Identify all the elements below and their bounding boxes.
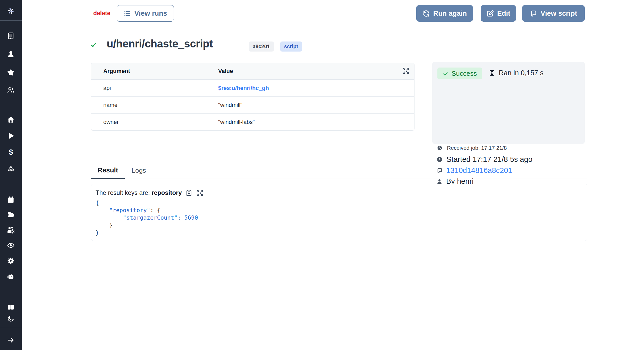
- success-check-icon: [90, 42, 97, 48]
- sidebar: $: [0, 0, 22, 350]
- sidebar-item-home[interactable]: [6, 115, 15, 124]
- result-keys-bold: repository: [151, 189, 182, 196]
- args-table-header: Argument Value: [91, 63, 414, 80]
- edit-pencil-icon: [486, 10, 494, 17]
- view-runs-button[interactable]: View runs: [117, 5, 174, 22]
- received-row: Received job: 17:17 21/8: [437, 145, 507, 151]
- status-label: Success: [452, 70, 477, 78]
- view-script-button[interactable]: View script: [522, 5, 585, 22]
- dark-mode-toggle[interactable]: [6, 314, 15, 323]
- arg-name: api: [91, 85, 218, 91]
- page-title: u/henri/chaste_script: [107, 38, 213, 50]
- users-gear-icon: [7, 226, 15, 234]
- tab-result[interactable]: Result: [91, 166, 125, 179]
- job-status-card: Success Ran in 0,157 s Received job: 17:…: [432, 62, 585, 144]
- result-json: { "repository": { "stargazerCount": 5690…: [96, 199, 198, 236]
- sidebar-item-runs[interactable]: [6, 131, 15, 140]
- refresh-icon: [422, 10, 430, 17]
- windmill-logo[interactable]: [6, 6, 15, 15]
- sidebar-item-workers[interactable]: [6, 226, 15, 234]
- sidebar-item-schedules[interactable]: [6, 195, 15, 204]
- table-row: api $res:u/henri/hc_gh: [91, 80, 414, 97]
- copy-result-button[interactable]: [185, 189, 193, 196]
- sidebar-item-groups[interactable]: [6, 86, 15, 95]
- building-icon: [7, 32, 15, 40]
- clipboard-copy-icon: [185, 189, 192, 196]
- received-text: Received job: 17:17 21/8: [447, 145, 507, 151]
- list-icon: [123, 10, 131, 17]
- expand-args-button[interactable]: [402, 67, 410, 75]
- clock-icon: [436, 156, 443, 163]
- edit-label: Edit: [497, 10, 510, 18]
- expand-icon: [196, 189, 203, 196]
- person-icon: [436, 178, 443, 185]
- home-icon: [7, 116, 15, 123]
- sidebar-item-settings[interactable]: [6, 256, 15, 265]
- expand-result-button[interactable]: [196, 189, 204, 196]
- expand-sidebar-button[interactable]: [6, 336, 15, 345]
- users-icon: [7, 86, 15, 94]
- arg-value: "windmill": [218, 102, 242, 109]
- dollar-icon: $: [9, 148, 13, 156]
- arg-name: name: [91, 102, 218, 109]
- sidebar-divider-bottom: [0, 328, 22, 328]
- hourglass-icon: [488, 70, 495, 77]
- sidebar-item-user[interactable]: [6, 50, 15, 59]
- delete-button[interactable]: delete: [93, 10, 110, 17]
- run-again-button[interactable]: Run again: [416, 5, 473, 22]
- arg-value: "windmill-labs": [218, 119, 255, 126]
- cubes-icon: [7, 165, 15, 173]
- sidebar-item-audit[interactable]: [6, 241, 15, 250]
- edit-button[interactable]: Edit: [481, 5, 516, 22]
- args-table: Argument Value api $res:u/henri/hc_gh na…: [91, 63, 414, 131]
- result-keys-prefix: The result keys are:: [96, 189, 151, 196]
- sidebar-item-workspace[interactable]: [6, 31, 15, 40]
- run-again-label: Run again: [433, 10, 467, 18]
- sidebar-item-variables[interactable]: $: [6, 148, 15, 156]
- table-row: owner "windmill-labs": [91, 114, 414, 130]
- column-header-argument: Argument: [91, 68, 218, 74]
- status-badge: Success: [437, 68, 482, 79]
- book-open-icon: [7, 303, 15, 311]
- arg-name: owner: [91, 119, 218, 126]
- sidebar-item-favorites[interactable]: [6, 68, 15, 77]
- robot-icon: [7, 273, 15, 281]
- resource-link[interactable]: $res:u/henri/hc_gh: [218, 85, 269, 91]
- result-tabbar: Result Logs: [91, 166, 587, 179]
- moon-icon: [7, 315, 15, 322]
- started-text: Started 17:17 21/8 5s ago: [446, 155, 532, 164]
- check-icon: [443, 71, 448, 77]
- started-row: Started 17:17 21/8 5s ago: [436, 155, 532, 164]
- duration-text: Ran in 0,157 s: [499, 69, 544, 77]
- column-header-value: Value: [218, 68, 233, 74]
- sidebar-item-folders[interactable]: [6, 210, 15, 219]
- hash-badge: a8c201: [249, 41, 274, 52]
- arrow-right-icon: [7, 336, 15, 344]
- star-icon: [7, 69, 15, 76]
- script-type-badge: script: [280, 41, 302, 52]
- sidebar-item-docs[interactable]: [6, 303, 15, 312]
- eye-icon: [7, 241, 15, 249]
- view-script-label: View script: [540, 10, 577, 18]
- sidebar-divider-top: [0, 20, 22, 21]
- gear-icon: [7, 257, 15, 265]
- folder-open-icon: [7, 211, 15, 218]
- table-row: name "windmill": [91, 97, 414, 114]
- play-icon: [7, 132, 15, 140]
- tab-logs[interactable]: Logs: [125, 166, 152, 179]
- duration-row: Ran in 0,157 s: [488, 69, 544, 77]
- result-keys-line: The result keys are: repository: [96, 189, 204, 196]
- scroll-icon: [530, 10, 537, 17]
- calendar-icon: [7, 196, 15, 204]
- windmill-pinwheel-logo-icon: [7, 7, 15, 15]
- sidebar-item-ai[interactable]: [6, 272, 15, 281]
- clock-icon: [437, 145, 443, 151]
- sidebar-item-resources[interactable]: [6, 164, 15, 173]
- view-runs-label: View runs: [134, 10, 167, 18]
- person-icon: [7, 50, 15, 58]
- expand-icon: [402, 67, 409, 74]
- result-panel: The result keys are: repository { "repos…: [91, 184, 587, 241]
